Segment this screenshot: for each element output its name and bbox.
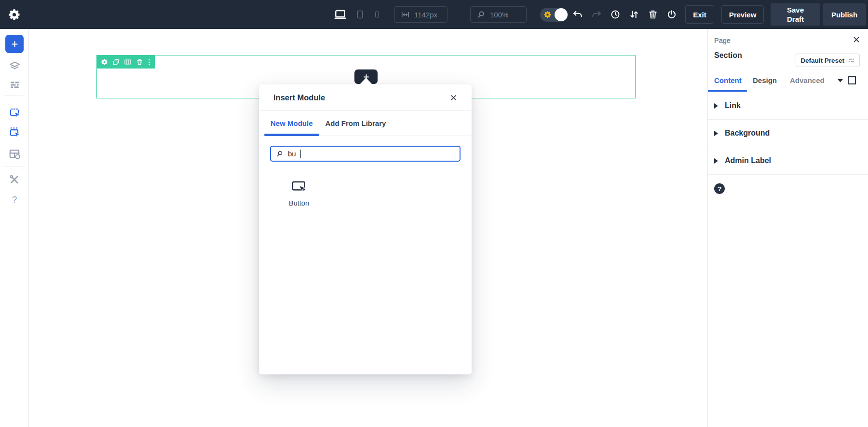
undo-icon[interactable] [572, 9, 583, 20]
accordion-admin-label[interactable]: Admin Label [708, 147, 868, 175]
top-toolbar: 1142px 100% Exit Preview [0, 0, 868, 29]
triangle-right-icon [714, 158, 719, 164]
tab-new-module[interactable]: New Module [264, 111, 319, 136]
modal-pointer-notch [359, 78, 373, 85]
insert-module-modal: Insert Module New Module Add From Librar… [259, 84, 472, 374]
wireframe-icon [9, 79, 21, 91]
responsive-width-input[interactable]: 1142px [394, 6, 448, 23]
sidebar-divider [4, 166, 25, 166]
sidebar-divider [4, 96, 25, 96]
layers-view-button[interactable] [0, 60, 29, 72]
insert-module-tool-button[interactable] [0, 106, 29, 119]
panel-title: Page [714, 37, 731, 44]
desktop-view-icon[interactable] [334, 9, 347, 20]
layers-icon [9, 60, 21, 72]
default-preset-button[interactable]: Default Preset [796, 54, 860, 67]
close-icon[interactable] [450, 94, 457, 101]
section-toolbar [97, 55, 155, 69]
tabs-dropdown-caret-icon[interactable] [838, 79, 843, 83]
toggle-knob [555, 8, 568, 21]
search-input-value: bu [288, 150, 296, 158]
history-clock-icon[interactable] [610, 9, 621, 20]
plus-icon [10, 40, 19, 49]
triangle-right-icon [714, 103, 719, 109]
device-preview-switcher [334, 0, 381, 29]
power-icon[interactable] [666, 9, 677, 20]
zoom-search-icon [476, 10, 486, 19]
help-button[interactable]: ? [0, 194, 29, 205]
add-new-button[interactable] [5, 35, 24, 53]
history-actions [572, 0, 677, 29]
save-draft-button[interactable]: Save Draft [771, 3, 820, 26]
builder-left-sidebar: ? [0, 29, 29, 427]
wireframe-view-button[interactable] [0, 79, 29, 91]
preset-icon [848, 57, 855, 64]
section-options-menu-icon[interactable] [148, 58, 151, 66]
help-icon[interactable]: ? [714, 183, 725, 194]
insert-row-icon [8, 126, 21, 138]
search-icon [276, 150, 284, 158]
triangle-right-icon [714, 131, 719, 136]
zoom-level-value: 100% [490, 11, 508, 19]
section-columns-icon[interactable] [124, 58, 132, 66]
tools-icon [9, 174, 20, 185]
builder-settings-gear-icon[interactable] [7, 7, 21, 22]
text-cursor [300, 150, 301, 158]
section-trash-icon[interactable] [136, 58, 143, 66]
preset-button-label: Default Preset [800, 57, 844, 64]
tab-add-from-library[interactable]: Add From Library [319, 111, 393, 136]
close-icon[interactable] [853, 36, 860, 43]
responsive-width-value: 1142px [414, 11, 437, 19]
insert-module-icon [8, 106, 21, 119]
module-result-label: Button [275, 199, 323, 207]
page-settings-panel: Page Section Default Preset Content Desi… [707, 29, 868, 427]
tab-advanced[interactable]: Advanced [790, 76, 825, 84]
publish-button[interactable]: Publish [823, 3, 866, 26]
section-duplicate-icon[interactable] [112, 58, 120, 66]
width-arrows-icon [401, 10, 410, 19]
phone-view-icon[interactable] [373, 9, 381, 20]
tablet-view-icon[interactable] [355, 9, 365, 20]
modal-header: Insert Module [259, 84, 472, 111]
section-settings-gear-icon[interactable] [101, 58, 108, 66]
module-result-button[interactable]: Button [275, 180, 323, 207]
redo-icon[interactable] [591, 9, 602, 20]
insert-row-tool-button[interactable] [0, 126, 29, 138]
desktop-preview-icon[interactable] [847, 75, 857, 85]
preview-button[interactable]: Preview [721, 5, 764, 24]
modal-tabs: New Module Add From Library [259, 111, 472, 136]
tab-content[interactable]: Content [714, 76, 742, 84]
layout-settings-button[interactable] [0, 148, 29, 160]
tools-button[interactable] [0, 174, 29, 185]
element-type-label: Section [714, 51, 742, 60]
accordion-background[interactable]: Background [708, 120, 868, 147]
toggle-gear-icon [543, 11, 552, 19]
exit-button[interactable]: Exit [685, 5, 714, 24]
builder-mode-toggle[interactable] [540, 8, 568, 22]
modal-title: Insert Module [273, 93, 325, 102]
layout-settings-icon [8, 148, 21, 160]
accordion-link[interactable]: Link [708, 92, 868, 120]
tab-design[interactable]: Design [753, 76, 777, 84]
trash-icon[interactable] [647, 9, 658, 20]
module-search-input[interactable]: bu [270, 146, 461, 162]
sort-arrows-icon[interactable] [628, 9, 639, 20]
zoom-level-input[interactable]: 100% [470, 6, 527, 23]
button-module-icon [275, 180, 323, 193]
